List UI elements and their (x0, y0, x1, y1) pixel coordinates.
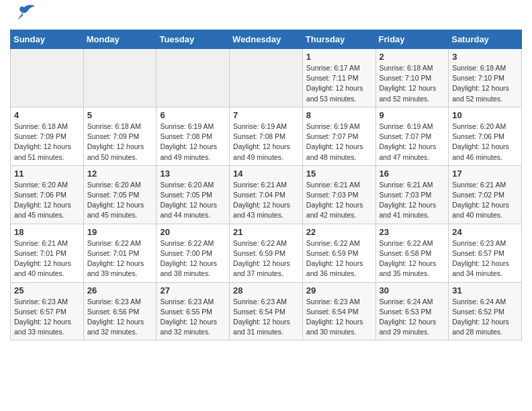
calendar-cell: 16Sunrise: 6:21 AMSunset: 7:03 PMDayligh… (375, 165, 449, 224)
calendar-cell: 28Sunrise: 6:23 AMSunset: 6:54 PMDayligh… (230, 282, 303, 340)
logo (10, 7, 36, 24)
calendar-cell: 27Sunrise: 6:23 AMSunset: 6:55 PMDayligh… (157, 282, 230, 340)
day-number: 11 (14, 169, 80, 179)
day-info: Sunrise: 6:21 AMSunset: 7:03 PMDaylight:… (306, 180, 372, 221)
day-number: 2 (380, 52, 445, 62)
day-info: Sunrise: 6:20 AMSunset: 7:05 PMDaylight:… (87, 180, 153, 221)
day-info: Sunrise: 6:19 AMSunset: 7:07 PMDaylight:… (306, 122, 372, 163)
day-number: 19 (87, 227, 153, 237)
day-info: Sunrise: 6:22 AMSunset: 6:59 PMDaylight:… (306, 238, 372, 279)
day-info: Sunrise: 6:20 AMSunset: 7:06 PMDaylight:… (452, 122, 518, 163)
calendar-cell: 25Sunrise: 6:23 AMSunset: 6:57 PMDayligh… (11, 282, 84, 340)
week-row-3: 11Sunrise: 6:20 AMSunset: 7:06 PMDayligh… (11, 165, 522, 224)
week-row-4: 18Sunrise: 6:21 AMSunset: 7:01 PMDayligh… (11, 224, 522, 282)
day-info: Sunrise: 6:21 AMSunset: 7:02 PMDaylight:… (452, 180, 518, 221)
day-number: 1 (306, 52, 372, 62)
calendar-cell: 4Sunrise: 6:18 AMSunset: 7:09 PMDaylight… (11, 107, 84, 165)
day-number: 12 (87, 169, 153, 179)
day-info: Sunrise: 6:18 AMSunset: 7:09 PMDaylight:… (14, 122, 80, 163)
day-number: 4 (14, 110, 80, 120)
calendar-cell: 21Sunrise: 6:22 AMSunset: 6:59 PMDayligh… (230, 224, 303, 282)
day-number: 10 (452, 110, 518, 120)
day-header-monday: Monday (83, 30, 157, 49)
day-info: Sunrise: 6:23 AMSunset: 6:56 PMDaylight:… (87, 297, 153, 338)
day-info: Sunrise: 6:20 AMSunset: 7:06 PMDaylight:… (14, 180, 80, 221)
day-info: Sunrise: 6:23 AMSunset: 6:54 PMDaylight:… (233, 297, 299, 338)
day-number: 20 (160, 227, 226, 237)
page-header (10, 7, 522, 24)
day-number: 14 (233, 169, 299, 179)
calendar-cell: 1Sunrise: 6:17 AMSunset: 7:11 PMDaylight… (302, 49, 375, 107)
day-number: 6 (160, 110, 226, 120)
day-info: Sunrise: 6:17 AMSunset: 7:11 PMDaylight:… (306, 63, 372, 104)
calendar-table: SundayMondayTuesdayWednesdayThursdayFrid… (10, 30, 522, 340)
day-number: 9 (380, 110, 445, 120)
days-header-row: SundayMondayTuesdayWednesdayThursdayFrid… (11, 30, 522, 49)
calendar-cell: 22Sunrise: 6:22 AMSunset: 6:59 PMDayligh… (302, 224, 375, 282)
day-header-saturday: Saturday (449, 30, 522, 49)
calendar-cell: 9Sunrise: 6:19 AMSunset: 7:07 PMDaylight… (375, 107, 449, 165)
calendar-cell: 6Sunrise: 6:19 AMSunset: 7:08 PMDaylight… (157, 107, 230, 165)
day-number: 13 (160, 169, 226, 179)
calendar-cell: 20Sunrise: 6:22 AMSunset: 7:00 PMDayligh… (157, 224, 230, 282)
day-header-tuesday: Tuesday (157, 30, 230, 49)
calendar-cell: 5Sunrise: 6:18 AMSunset: 7:09 PMDaylight… (83, 107, 157, 165)
calendar-cell: 11Sunrise: 6:20 AMSunset: 7:06 PMDayligh… (11, 165, 84, 224)
day-number: 27 (160, 285, 226, 295)
day-number: 18 (14, 227, 80, 237)
day-number: 28 (233, 285, 299, 295)
calendar-cell (83, 49, 157, 107)
calendar-cell: 13Sunrise: 6:20 AMSunset: 7:05 PMDayligh… (157, 165, 230, 224)
calendar-cell: 7Sunrise: 6:19 AMSunset: 7:08 PMDaylight… (230, 107, 303, 165)
day-number: 22 (306, 227, 372, 237)
day-info: Sunrise: 6:23 AMSunset: 6:55 PMDaylight:… (160, 297, 226, 338)
calendar-cell: 10Sunrise: 6:20 AMSunset: 7:06 PMDayligh… (449, 107, 522, 165)
week-row-2: 4Sunrise: 6:18 AMSunset: 7:09 PMDaylight… (11, 107, 522, 165)
day-info: Sunrise: 6:24 AMSunset: 6:53 PMDaylight:… (380, 297, 445, 338)
day-header-sunday: Sunday (11, 30, 84, 49)
calendar-cell: 18Sunrise: 6:21 AMSunset: 7:01 PMDayligh… (11, 224, 84, 282)
day-number: 17 (452, 169, 518, 179)
day-number: 29 (306, 285, 372, 295)
day-info: Sunrise: 6:23 AMSunset: 6:57 PMDaylight:… (452, 238, 518, 279)
day-number: 30 (380, 285, 445, 295)
calendar-cell (11, 49, 84, 107)
day-number: 7 (233, 110, 299, 120)
calendar-cell: 30Sunrise: 6:24 AMSunset: 6:53 PMDayligh… (375, 282, 449, 340)
day-info: Sunrise: 6:21 AMSunset: 7:03 PMDaylight:… (380, 180, 445, 221)
day-header-friday: Friday (375, 30, 449, 49)
day-number: 24 (452, 227, 518, 237)
day-info: Sunrise: 6:18 AMSunset: 7:10 PMDaylight:… (452, 63, 518, 104)
day-number: 26 (87, 285, 153, 295)
calendar-cell: 3Sunrise: 6:18 AMSunset: 7:10 PMDaylight… (449, 49, 522, 107)
calendar-cell: 23Sunrise: 6:22 AMSunset: 6:58 PMDayligh… (375, 224, 449, 282)
calendar-cell: 24Sunrise: 6:23 AMSunset: 6:57 PMDayligh… (449, 224, 522, 282)
day-number: 16 (380, 169, 445, 179)
calendar-cell: 12Sunrise: 6:20 AMSunset: 7:05 PMDayligh… (83, 165, 157, 224)
calendar-cell: 19Sunrise: 6:22 AMSunset: 7:01 PMDayligh… (83, 224, 157, 282)
day-info: Sunrise: 6:19 AMSunset: 7:08 PMDaylight:… (160, 122, 226, 163)
day-info: Sunrise: 6:22 AMSunset: 6:58 PMDaylight:… (380, 238, 445, 279)
logo-bird-icon (12, 4, 36, 24)
day-info: Sunrise: 6:18 AMSunset: 7:09 PMDaylight:… (87, 122, 153, 163)
week-row-1: 1Sunrise: 6:17 AMSunset: 7:11 PMDaylight… (11, 49, 522, 107)
calendar-cell: 15Sunrise: 6:21 AMSunset: 7:03 PMDayligh… (302, 165, 375, 224)
day-header-thursday: Thursday (302, 30, 375, 49)
day-info: Sunrise: 6:20 AMSunset: 7:05 PMDaylight:… (160, 180, 226, 221)
day-info: Sunrise: 6:24 AMSunset: 6:52 PMDaylight:… (452, 297, 518, 338)
day-info: Sunrise: 6:22 AMSunset: 7:00 PMDaylight:… (160, 238, 226, 279)
day-info: Sunrise: 6:22 AMSunset: 7:01 PMDaylight:… (87, 238, 153, 279)
day-info: Sunrise: 6:23 AMSunset: 6:54 PMDaylight:… (306, 297, 372, 338)
calendar-cell: 31Sunrise: 6:24 AMSunset: 6:52 PMDayligh… (449, 282, 522, 340)
day-info: Sunrise: 6:22 AMSunset: 6:59 PMDaylight:… (233, 238, 299, 279)
calendar-cell (230, 49, 303, 107)
day-number: 5 (87, 110, 153, 120)
calendar-cell: 17Sunrise: 6:21 AMSunset: 7:02 PMDayligh… (449, 165, 522, 224)
day-info: Sunrise: 6:19 AMSunset: 7:07 PMDaylight:… (380, 122, 445, 163)
calendar-cell (157, 49, 230, 107)
day-number: 25 (14, 285, 80, 295)
calendar-cell: 26Sunrise: 6:23 AMSunset: 6:56 PMDayligh… (83, 282, 157, 340)
day-info: Sunrise: 6:19 AMSunset: 7:08 PMDaylight:… (233, 122, 299, 163)
day-info: Sunrise: 6:23 AMSunset: 6:57 PMDaylight:… (14, 297, 80, 338)
calendar-cell: 2Sunrise: 6:18 AMSunset: 7:10 PMDaylight… (375, 49, 449, 107)
